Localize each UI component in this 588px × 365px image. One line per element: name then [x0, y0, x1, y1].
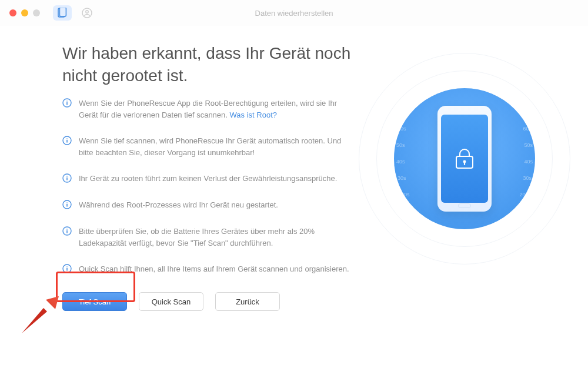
maximize-window-button	[33, 9, 40, 16]
svg-rect-8	[66, 138, 68, 139]
window-title: Daten wiederherstellen	[255, 9, 333, 18]
svg-rect-1	[59, 8, 66, 16]
svg-rect-15	[66, 204, 68, 207]
lock-icon	[455, 148, 475, 170]
svg-rect-6	[66, 102, 68, 105]
action-buttons: Tief Scan Quick Scan Zurück	[62, 292, 588, 311]
info-bullet: Wenn Sie der PhoneRescue App die Root-Be…	[62, 98, 350, 121]
phone-graphic	[437, 106, 492, 212]
info-bullet-text: Wenn Sie tief scannen, wird PhoneRescue …	[79, 135, 350, 159]
info-icon	[62, 173, 72, 185]
info-bullet-text: Während des Root-Prozesses wird Ihr Gerä…	[79, 199, 278, 211]
svg-point-3	[86, 11, 88, 13]
window-traffic-lights	[9, 9, 40, 16]
titlebar: Daten wiederherstellen	[0, 0, 588, 26]
chart-tick: 40s	[396, 159, 405, 165]
info-icon	[62, 136, 72, 148]
svg-marker-23	[22, 308, 47, 333]
info-bullets: Wenn Sie der PhoneRescue App die Root-Be…	[62, 98, 350, 276]
document-icon	[58, 8, 67, 18]
device-illustration: 70s 60s 50s 40s 30s 20s 70s 60s 50s 40s …	[359, 53, 570, 264]
chart-tick: 50s	[396, 142, 405, 148]
info-bullet: Quick Scan hilft Ihnen, all Ihre Items a…	[62, 263, 350, 276]
info-bullet-text: Wenn Sie der PhoneRescue App die Root-Be…	[79, 98, 350, 121]
svg-rect-18	[66, 230, 68, 233]
svg-rect-14	[66, 202, 68, 203]
chart-tick: 40s	[524, 159, 533, 165]
svg-rect-5	[66, 101, 68, 102]
info-bullet-text: Quick Scan hilft Ihnen, all Ihre Items a…	[79, 263, 349, 275]
back-button[interactable]: Zurück	[215, 292, 280, 311]
chart-tick: 50s	[524, 142, 533, 148]
info-bullet: Ihr Gerät zu rooten führt zum keinen Ver…	[62, 173, 350, 185]
svg-rect-9	[66, 140, 68, 143]
close-window-button[interactable]	[9, 9, 16, 16]
page-headline: Wir haben erkannt, dass Ihr Gerät noch n…	[62, 42, 362, 87]
info-bullet: Während des Root-Prozesses wird Ihr Gerä…	[62, 199, 350, 212]
info-icon	[62, 264, 72, 276]
chart-tick: 30s	[397, 175, 406, 181]
info-bullet: Wenn Sie tief scannen, wird PhoneRescue …	[62, 135, 350, 159]
info-bullet-text: Bitte überprüfen Sie, ob die Batterie Ih…	[79, 226, 350, 249]
info-icon	[62, 98, 72, 110]
chart-tick: 30s	[523, 175, 532, 181]
deep-scan-button[interactable]: Tief Scan	[62, 292, 127, 311]
svg-rect-21	[66, 268, 68, 271]
info-bullet: Bitte überprüfen Sie, ob die Batterie Ih…	[62, 226, 350, 249]
info-icon	[62, 200, 72, 212]
what-is-root-link[interactable]: Was ist Root?	[230, 110, 277, 119]
quick-scan-button[interactable]: Quick Scan	[139, 292, 203, 311]
minimize-window-button[interactable]	[21, 9, 28, 16]
toolbar-icons	[53, 5, 96, 21]
svg-rect-20	[66, 266, 68, 267]
shield-user-icon	[82, 8, 92, 18]
recover-from-device-tab[interactable]	[53, 5, 72, 21]
svg-rect-26	[464, 162, 465, 165]
svg-rect-17	[66, 229, 68, 230]
info-bullet-text: Ihr Gerät zu rooten führt zum keinen Ver…	[79, 173, 337, 185]
recover-from-backup-tab[interactable]	[78, 5, 96, 21]
svg-rect-12	[66, 178, 68, 180]
info-icon	[62, 226, 72, 238]
svg-rect-11	[66, 176, 68, 177]
